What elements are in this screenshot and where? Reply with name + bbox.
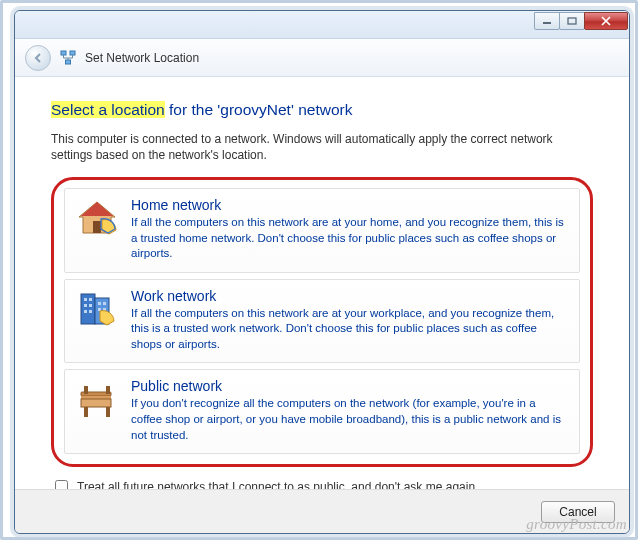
minimize-button[interactable] [534,12,560,30]
svg-rect-23 [84,407,88,417]
svg-rect-14 [84,310,87,313]
option-home-network[interactable]: Home network If all the computers on thi… [64,188,580,273]
home-icon [75,197,119,241]
svg-rect-1 [568,18,576,24]
cancel-button[interactable]: Cancel [541,501,615,523]
network-icon [59,49,77,67]
svg-rect-2 [61,51,66,55]
svg-rect-12 [84,304,87,307]
option-public-network[interactable]: Public network If you don't recognize al… [64,369,580,454]
option-title: Work network [131,288,569,304]
svg-rect-3 [70,51,75,55]
option-title: Public network [131,378,569,394]
svg-marker-6 [81,202,113,216]
public-icon [75,378,119,422]
heading-rest: for the 'groovyNet' network [165,101,353,118]
svg-rect-8 [81,294,95,324]
heading-highlight: Select a location [51,101,165,118]
maximize-button[interactable] [559,12,585,30]
svg-rect-13 [89,304,92,307]
svg-rect-11 [89,298,92,301]
treat-public-row[interactable]: Treat all future networks that I connect… [51,477,593,489]
dialog-window: Set Network Location Select a location f… [14,10,630,534]
svg-rect-25 [84,386,88,394]
option-desc: If all the computers on this network are… [131,306,569,353]
svg-rect-17 [103,302,106,305]
content-area: Select a location for the 'groovyNet' ne… [15,77,629,489]
subtext: This computer is connected to a network.… [51,131,593,163]
back-button[interactable] [25,45,51,71]
svg-rect-26 [106,386,110,394]
option-work-network[interactable]: Work network If all the computers on thi… [64,279,580,364]
treat-public-checkbox[interactable] [55,480,68,489]
svg-rect-0 [543,22,551,24]
svg-rect-15 [89,310,92,313]
option-desc: If you don't recognize all the computers… [131,396,569,443]
window-title: Set Network Location [85,51,199,65]
options-highlight-box: Home network If all the computers on thi… [51,177,593,467]
main-heading: Select a location for the 'groovyNet' ne… [51,101,593,119]
svg-rect-4 [66,60,71,64]
treat-public-label: Treat all future networks that I connect… [77,480,478,489]
option-desc: If all the computers on this network are… [131,215,569,262]
svg-rect-7 [93,221,101,233]
work-icon [75,288,119,332]
svg-rect-22 [81,399,111,407]
svg-rect-24 [106,407,110,417]
titlebar [15,11,629,39]
svg-rect-16 [98,302,101,305]
header-bar: Set Network Location [15,39,629,77]
svg-rect-10 [84,298,87,301]
footer-bar: Cancel [15,489,629,533]
close-button[interactable] [584,12,628,30]
option-title: Home network [131,197,569,213]
